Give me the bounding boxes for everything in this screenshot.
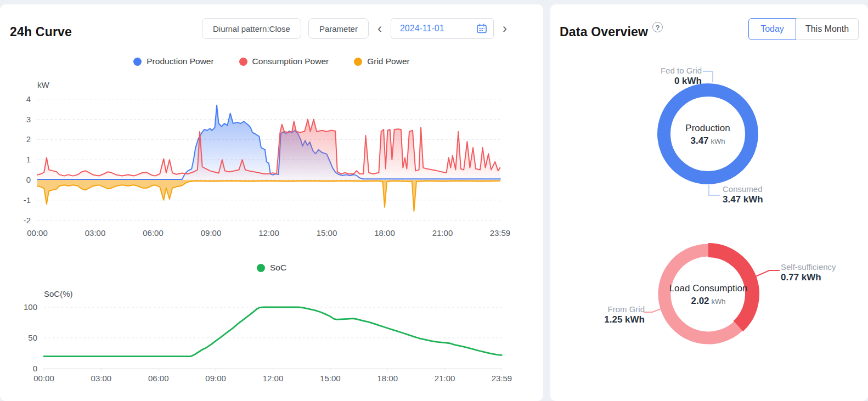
svg-text:00:00: 00:00	[33, 374, 54, 383]
production-label: Production	[685, 123, 730, 134]
svg-text:4: 4	[26, 94, 31, 104]
production-value: 3.47kWh	[690, 135, 725, 146]
svg-text:15:00: 15:00	[320, 374, 341, 383]
curve-panel: 24h Curve Diurnal pattern:Close Paramete…	[0, 4, 543, 401]
diurnal-pattern-button[interactable]: Diurnal pattern:Close	[202, 18, 301, 39]
svg-text:00:00: 00:00	[27, 228, 48, 238]
power-legend: Production PowerConsumption PowerGrid Po…	[0, 57, 543, 66]
svg-text:0: 0	[33, 364, 37, 373]
range-toggle: Today This Month	[748, 18, 859, 40]
next-day-icon[interactable]: ›	[501, 18, 509, 39]
svg-text:21:00: 21:00	[432, 228, 453, 238]
calendar-icon	[477, 24, 487, 33]
from-grid-callout: From Grid 1.25 kWh	[561, 304, 645, 325]
svg-text:15:00: 15:00	[317, 228, 337, 238]
svg-text:kW: kW	[37, 80, 50, 89]
from-grid-value: 1.25 kWh	[561, 314, 645, 325]
self-sufficiency-label: Self-sufficiency	[781, 262, 866, 272]
fed-to-grid-callout: Fed to Grid 0 kWh	[615, 66, 702, 87]
legend-item[interactable]: Consumption Power	[239, 57, 329, 66]
soc-chart-svg: 10050000:0003:0006:0009:0012:0015:0018:0…	[0, 283, 527, 392]
svg-text:23:59: 23:59	[492, 374, 512, 383]
legend-label: SoC	[270, 263, 286, 273]
svg-text:100: 100	[24, 302, 37, 312]
parameter-button[interactable]: Parameter	[308, 18, 369, 39]
overview-panel: Data Overview ? Today This Month Product…	[550, 4, 868, 401]
svg-text:12:00: 12:00	[258, 228, 279, 238]
fed-to-grid-label: Fed to Grid	[615, 66, 702, 75]
svg-text:21:00: 21:00	[435, 374, 455, 383]
legend-item[interactable]: SoC	[257, 263, 286, 273]
svg-text:50: 50	[28, 333, 37, 342]
svg-text:03:00: 03:00	[85, 228, 106, 238]
help-icon[interactable]: ?	[652, 22, 663, 32]
svg-text:09:00: 09:00	[205, 374, 226, 383]
legend-label: Consumption Power	[252, 57, 329, 66]
svg-text:0: 0	[26, 175, 31, 184]
legend-label: Grid Power	[367, 57, 410, 66]
svg-text:SoC(%): SoC(%)	[44, 289, 73, 298]
prev-day-icon[interactable]: ‹	[376, 18, 384, 39]
svg-text:1: 1	[26, 155, 31, 164]
svg-text:18:00: 18:00	[374, 228, 395, 238]
energy-dashboard: 24h Curve Diurnal pattern:Close Paramete…	[0, 0, 868, 401]
legend-dot-icon	[257, 264, 265, 272]
overview-panel-title: Data Overview	[560, 25, 648, 39]
svg-text:06:00: 06:00	[148, 374, 169, 383]
load-donut-center: Load Consumption 2.02kWh	[648, 283, 769, 307]
svg-text:18:00: 18:00	[377, 374, 398, 383]
consumed-callout: Consumed 3.47 kWh	[723, 184, 816, 205]
consumed-label: Consumed	[723, 184, 816, 194]
soc-chart: 10050000:0003:0006:0009:0012:0015:0018:0…	[0, 283, 527, 394]
date-picker[interactable]: 2024-11-01	[391, 18, 494, 39]
soc-legend: SoC	[0, 263, 543, 273]
svg-text:-1: -1	[24, 195, 31, 205]
curve-controls: Diurnal pattern:Close Parameter ‹ 2024-1…	[202, 18, 509, 39]
svg-text:12:00: 12:00	[263, 374, 284, 383]
legend-dot-icon	[239, 58, 247, 66]
consumed-value: 3.47 kWh	[723, 194, 816, 205]
svg-text:06:00: 06:00	[143, 228, 164, 238]
self-sufficiency-callout: Self-sufficiency 0.77 kWh	[781, 262, 866, 283]
legend-dot-icon	[354, 58, 362, 66]
legend-item[interactable]: Production Power	[133, 57, 213, 66]
power-chart-svg: 43210-1-200:0003:0006:0009:0012:0015:001…	[0, 76, 527, 246]
self-sufficiency-value: 0.77 kWh	[781, 272, 866, 283]
legend-item[interactable]: Grid Power	[354, 57, 410, 66]
svg-text:2: 2	[26, 134, 31, 144]
legend-dot-icon	[133, 58, 142, 66]
tab-today[interactable]: Today	[748, 18, 796, 40]
curve-panel-title: 24h Curve	[10, 25, 72, 39]
tab-this-month[interactable]: This Month	[796, 18, 859, 40]
from-grid-label: From Grid	[561, 304, 645, 314]
date-value: 2024-11-01	[400, 24, 444, 33]
svg-text:09:00: 09:00	[201, 228, 222, 238]
svg-text:-2: -2	[24, 216, 31, 225]
svg-text:3: 3	[26, 115, 31, 124]
legend-label: Production Power	[146, 57, 213, 66]
power-chart: 43210-1-200:0003:0006:0009:0012:0015:001…	[0, 76, 527, 248]
svg-text:23:59: 23:59	[490, 228, 511, 238]
svg-text:03:00: 03:00	[91, 374, 112, 383]
load-value: 2.02kWh	[691, 296, 725, 307]
production-donut-center: Production 3.47kWh	[653, 123, 763, 146]
fed-to-grid-value: 0 kWh	[615, 76, 702, 87]
load-label: Load Consumption	[669, 283, 748, 294]
